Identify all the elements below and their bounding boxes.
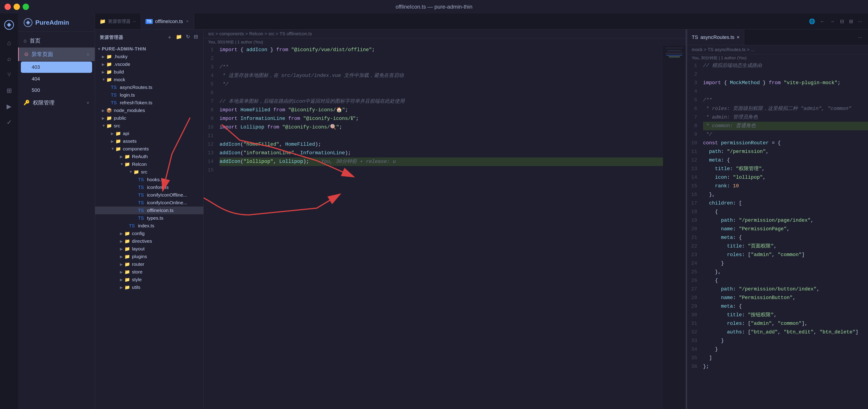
nav-run[interactable]: ▶	[2, 99, 16, 113]
reauth-folder-icon: 📁	[124, 154, 130, 159]
reauth-label: ReAuth	[132, 154, 148, 159]
new-folder-icon[interactable]: 📁	[175, 33, 183, 42]
tab-close-right[interactable]: ×	[737, 34, 740, 40]
code-line-14: addIcon("lollipop", Lollipop); You, 30分钟…	[219, 157, 663, 166]
left-minimap	[663, 46, 686, 409]
close-button[interactable]	[4, 4, 11, 10]
tree-mock[interactable]: ▼ 📁 mock	[95, 76, 204, 84]
submenu-500-label: 500	[32, 87, 40, 93]
tree-index-ts[interactable]: TS index.ts	[95, 222, 204, 230]
config-chevron: ▶	[120, 231, 124, 236]
api-label: api	[123, 131, 129, 136]
tree-login[interactable]: TS login.ts	[95, 91, 204, 99]
nav-extensions[interactable]: ⊞	[2, 84, 16, 97]
submenu-item-404[interactable]: 404	[18, 73, 95, 85]
right-line-3: import { MockMethod } from "vite-plugin-…	[703, 79, 868, 87]
tree-relcon[interactable]: ▼ 📁 Relcon	[95, 160, 204, 168]
error-icon: ⊙	[24, 51, 28, 57]
globe-icon[interactable]: 🌐	[808, 17, 816, 26]
tree-public[interactable]: ▶ 📁 public	[95, 114, 204, 122]
hooks-ts-icon: TS	[138, 177, 144, 182]
tree-relcon-src[interactable]: ▼ 📁 src	[95, 168, 204, 176]
tree-vscode[interactable]: ▶ 📁 .vscode	[95, 60, 204, 68]
right-editor-panel: TS asyncRoutes.ts × ··· mock > TS asyncR…	[687, 29, 868, 409]
explorer-toggle[interactable]: 📁 资源管理器 ···	[95, 13, 141, 29]
tree-components[interactable]: ▼ 📁 components	[95, 145, 204, 153]
nav-home[interactable]: ⌂	[2, 36, 16, 50]
right-line-15: rank: 10	[703, 182, 868, 190]
tree-style[interactable]: ▶ 📁 style	[95, 276, 204, 283]
menu-item-error-pages[interactable]: ⊙ 异常页面 ∧	[18, 48, 95, 61]
config-folder-icon: 📁	[124, 231, 130, 236]
tree-reauth[interactable]: ▶ 📁 ReAuth	[95, 153, 204, 160]
tree-node-modules[interactable]: ▶ 📦 node_modules	[95, 106, 204, 114]
tree-asyncroutes[interactable]: TS asyncRoutes.ts	[95, 84, 204, 91]
tree-husky[interactable]: ▶ 📁 .husky	[95, 53, 204, 60]
new-file-icon[interactable]: ＋	[166, 33, 173, 42]
mock-folder-icon: 📁	[106, 77, 112, 82]
right-line-26: {	[703, 277, 868, 285]
tree-types[interactable]: TS types.ts	[95, 214, 204, 222]
app-body: ⌂ ⌕ ⑂ ⊞ ▶ ✓ PureAdmin ⌂ 首页 ⊙ 异常页面	[0, 13, 868, 409]
explorer-menu-icon[interactable]: ···	[133, 19, 136, 24]
layout-icon[interactable]: ⊞	[848, 17, 855, 26]
refresh-icon[interactable]: ↻	[185, 33, 191, 42]
tab-async-routes[interactable]: TS asyncRoutes.ts ×	[687, 29, 744, 45]
tab-offline-icon[interactable]: TS offlineIcon.ts ×	[141, 13, 194, 29]
split-editor-icon[interactable]: ⊟	[839, 17, 845, 26]
tree-build[interactable]: ▶ 📁 build	[95, 68, 204, 76]
tree-iconify-online[interactable]: TS iconifyIconOnline...	[95, 199, 204, 207]
nav-search[interactable]: ⌕	[2, 52, 16, 66]
right-line-24: }	[703, 259, 868, 268]
right-more-icon[interactable]: ···	[857, 33, 864, 42]
tree-hooks[interactable]: TS hooks.ts	[95, 176, 204, 184]
tree-utils[interactable]: ▶ 📁 utils	[95, 283, 204, 291]
tree-iconfont[interactable]: TS iconfont.ts	[95, 184, 204, 191]
right-editor-content[interactable]: 12345 678910 1112131415 1617181920 21222…	[687, 62, 868, 409]
titlebar: offlineIcon.ts — pure-admin-thin	[0, 0, 868, 13]
tab-close-left[interactable]: ×	[185, 19, 190, 24]
tree-iconify-offline[interactable]: TS iconifyIconOffline...	[95, 191, 204, 199]
minimize-button[interactable]	[13, 4, 20, 10]
tree-assets[interactable]: ▶ 📁 assets	[95, 137, 204, 145]
directives-label: directives	[132, 239, 152, 244]
tree-src[interactable]: ▼ 📁 src	[95, 122, 204, 130]
layout-chevron: ▶	[120, 247, 124, 251]
nodemod-label: node_modules	[114, 108, 145, 113]
tree-store[interactable]: ▶ 📁 store	[95, 268, 204, 276]
utils-folder-icon: 📁	[124, 285, 130, 290]
right-line-33: }	[703, 337, 868, 345]
collapse-icon[interactable]: ⊟	[193, 33, 199, 42]
menu-item-permissions[interactable]: 🔑 权限管理 ∨	[18, 96, 95, 109]
tree-config[interactable]: ▶ 📁 config	[95, 230, 204, 237]
right-line-31: roles: ["admin", "common"],	[703, 319, 868, 328]
more-icon[interactable]: ···	[857, 17, 864, 26]
tree-directives[interactable]: ▶ 📁 directives	[95, 237, 204, 245]
code-line-3: /**	[219, 63, 663, 71]
left-editor-content[interactable]: 12345 678910 1112131415 import { addIcon…	[204, 46, 686, 409]
index-ts-icon: TS	[129, 223, 135, 228]
menu-item-home[interactable]: ⌂ 首页	[18, 34, 95, 48]
nav-test[interactable]: ✓	[2, 115, 16, 129]
relcon-label: Relcon	[132, 161, 147, 167]
back-icon[interactable]: ←	[819, 17, 826, 26]
tree-offline-icon[interactable]: TS offlineIcon.ts	[95, 207, 204, 214]
tree-router[interactable]: ▶ 📁 router	[95, 260, 204, 268]
tree-plugins[interactable]: ▶ 📁 plugins	[95, 253, 204, 260]
router-folder-icon: 📁	[124, 261, 130, 267]
tree-root[interactable]: ▼ PURE-ADMIN-THIN	[95, 45, 204, 53]
tree-refreshtoken[interactable]: TS refreshToken.ts	[95, 99, 204, 106]
components-folder-icon: 📁	[115, 146, 121, 152]
maximize-button[interactable]	[23, 4, 29, 10]
nav-source-control[interactable]: ⑂	[2, 68, 16, 82]
tree-layout[interactable]: ▶ 📁 layout	[95, 245, 204, 253]
forward-icon[interactable]: →	[829, 17, 836, 26]
utils-chevron: ▶	[120, 285, 124, 289]
submenu-item-500[interactable]: 500	[18, 85, 95, 96]
sidebar-logo-text: PureAdmin	[35, 19, 69, 26]
code-line-12: addIcon("homeFilled", HomeFilled);	[219, 140, 663, 149]
submenu-item-403[interactable]: 403	[21, 62, 92, 73]
code-line-8: import HomeFilled from "@iconify-icons/🏠…	[219, 106, 663, 115]
explorer-icon: 📁	[99, 19, 106, 25]
tree-api[interactable]: ▶ 📁 api	[95, 130, 204, 137]
